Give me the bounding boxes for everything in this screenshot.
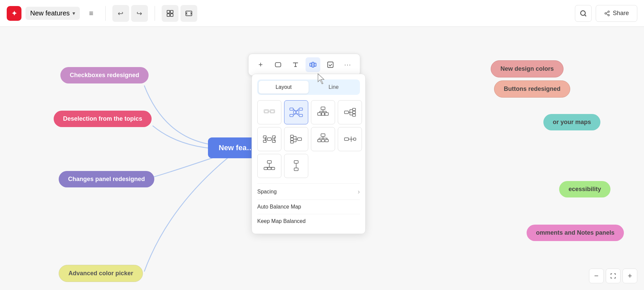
new-design-node[interactable]: New design colors [491,60,564,77]
layout-icon-1[interactable] [284,100,308,124]
layout-icon-0[interactable] [257,100,281,124]
menu-button[interactable]: ≡ [84,6,99,21]
layout-icon-6[interactable] [311,127,335,151]
toolbar-divider-1 [105,6,106,21]
svg-rect-11 [312,62,314,67]
svg-rect-12 [314,63,316,66]
app-title: New features [30,9,70,17]
layout-icon-9[interactable] [284,154,308,178]
title-button[interactable]: New features ▾ [25,7,80,20]
embed-button[interactable] [180,5,197,22]
svg-rect-48 [268,167,271,170]
svg-rect-3 [170,14,173,16]
layout-icon-3[interactable] [338,100,362,124]
svg-rect-38 [290,138,293,140]
svg-rect-49 [271,167,275,170]
layout-icon-8[interactable] [257,154,281,178]
spacing-row[interactable]: Spacing › [257,183,360,199]
svg-rect-14 [265,110,268,113]
svg-point-6 [608,11,609,12]
buttons-node[interactable]: Buttons redesigned [494,80,570,98]
advanced-node[interactable]: Advanced color picker [59,265,143,282]
svg-rect-40 [321,134,325,136]
changes-node[interactable]: Changes panel redesigned [59,171,154,187]
accessibility-label: ecessibility [569,186,601,193]
deselection-node[interactable]: Deselection from the topics [54,111,152,127]
zoom-controls: − + [589,269,637,283]
svg-rect-42 [321,139,325,142]
layout-icons-grid [257,100,360,178]
app-logo[interactable]: ✦ [7,6,21,21]
changes-label: Changes panel redesigned [68,176,145,183]
svg-rect-41 [318,139,321,142]
undo-redo-group: ↩ ↪ [112,5,148,22]
svg-rect-4 [186,11,192,16]
layout-icon-4[interactable] [257,127,281,151]
svg-rect-51 [294,168,298,171]
svg-rect-47 [264,167,267,170]
toolbar-divider-2 [155,6,155,21]
buttons-label: Buttons redesigned [504,85,560,93]
ft-layout-button[interactable] [306,57,320,72]
canvas[interactable]: New fea… Checkboxes redesigned Deselecti… [0,27,644,290]
tab-line[interactable]: Line [309,81,359,94]
svg-rect-9 [275,63,281,67]
ft-shape-button[interactable] [271,57,285,72]
zoom-in-button[interactable]: + [623,269,637,283]
svg-rect-37 [290,135,293,137]
your-maps-node[interactable]: or your maps [543,114,600,130]
svg-rect-1 [170,10,173,13]
svg-rect-21 [299,108,303,110]
title-chevron: ▾ [72,10,75,16]
center-node-label: New fea… [219,143,254,152]
spacing-label: Spacing [257,189,277,195]
keep-balanced-item[interactable]: Keep Map Balanced [257,214,360,228]
frame-button[interactable] [162,5,178,22]
search-button[interactable] [575,5,592,22]
spacing-chevron-icon: › [358,188,360,195]
ft-more-button[interactable]: ··· [340,57,355,72]
toolbar-right: Share [575,5,637,22]
svg-rect-20 [290,114,293,117]
svg-rect-43 [325,139,328,142]
svg-rect-33 [263,140,266,142]
svg-rect-23 [321,107,325,110]
top-toolbar: ✦ New features ▾ ≡ ↩ ↪ [0,0,644,27]
svg-rect-13 [328,62,333,68]
layout-icon-7[interactable] [338,127,362,151]
layout-icon-5[interactable] [284,127,308,151]
svg-rect-2 [167,14,170,16]
ft-check-button[interactable] [323,57,338,72]
deselection-label: Deselection from the topics [63,115,142,122]
panel-tabs: Layout Line [257,79,360,95]
svg-rect-30 [353,114,356,116]
svg-rect-22 [299,114,303,117]
checkboxes-node[interactable]: Checkboxes redesigned [60,67,149,83]
your-maps-label: or your maps [553,119,591,126]
svg-rect-10 [310,63,312,66]
auto-balance-item[interactable]: Auto Balance Map [257,199,360,214]
zoom-out-button[interactable]: − [589,269,604,283]
ft-text-button[interactable] [288,57,303,72]
svg-rect-31 [267,138,271,140]
redo-button[interactable]: ↪ [131,5,148,22]
svg-point-7 [605,12,606,14]
svg-rect-28 [353,108,356,111]
comments-node[interactable]: omments and Notes panels [527,225,624,241]
undo-button[interactable]: ↩ [112,5,129,22]
zoom-fit-button[interactable] [606,269,621,283]
svg-rect-15 [271,110,274,113]
layout-icon-2[interactable] [311,100,335,124]
svg-rect-0 [167,10,170,13]
accessibility-node[interactable]: ecessibility [559,181,610,197]
svg-rect-45 [354,138,356,140]
ft-add-button[interactable]: + [253,57,268,72]
svg-rect-27 [344,111,348,114]
svg-rect-29 [353,111,356,114]
checkboxes-label: Checkboxes redesigned [70,72,139,79]
svg-rect-19 [290,108,293,110]
share-button[interactable]: Share [596,5,637,22]
advanced-label: Advanced color picker [68,270,133,277]
tab-layout[interactable]: Layout [259,81,309,94]
svg-rect-46 [267,161,271,163]
